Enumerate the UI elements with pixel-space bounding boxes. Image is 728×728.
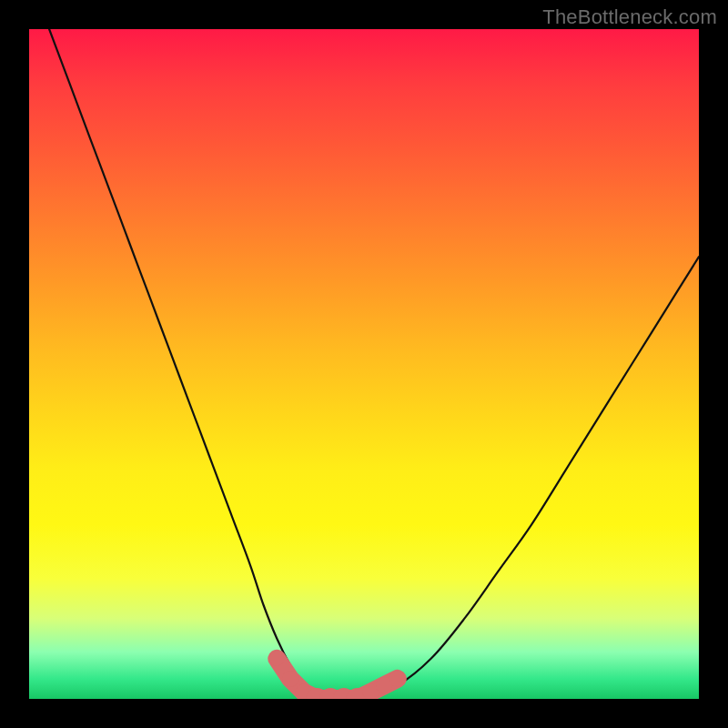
curve-layer	[29, 29, 699, 699]
valley-marker	[282, 671, 298, 687]
valley-marker	[269, 652, 284, 666]
watermark-text: TheBottleneck.com	[542, 5, 717, 29]
valley-markers	[269, 652, 406, 699]
valley-marker	[389, 671, 406, 687]
bottleneck-curve	[49, 29, 699, 699]
chart-frame: TheBottleneck.com	[0, 0, 728, 728]
plot-area	[29, 29, 699, 699]
